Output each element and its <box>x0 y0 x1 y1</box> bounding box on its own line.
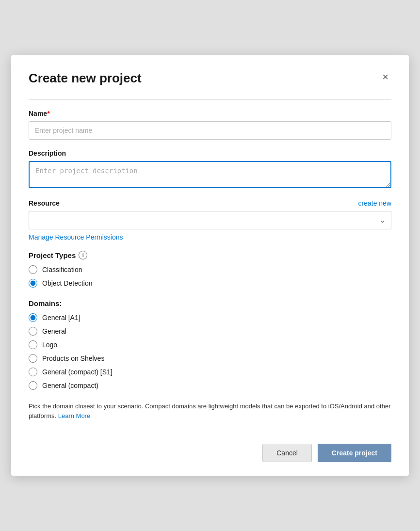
header-divider <box>29 99 391 100</box>
radio-item-general-compact[interactable]: General (compact) <box>29 381 391 390</box>
radio-item-general-a1[interactable]: General [A1] <box>29 313 391 322</box>
name-field-group: Name* <box>29 110 391 140</box>
required-indicator: * <box>47 110 49 117</box>
resource-select-container: ⌄ <box>29 211 391 229</box>
create-project-dialog: Create new project × Name* Description R… <box>11 55 409 476</box>
name-input[interactable] <box>29 121 391 140</box>
dialog-footer: Cancel Create project <box>29 436 391 462</box>
name-label: Name* <box>29 110 391 117</box>
radio-logo-label: Logo <box>42 341 57 349</box>
close-button[interactable]: × <box>379 71 391 83</box>
resource-select[interactable] <box>29 211 391 229</box>
resource-field-group: Resource create new ⌄ Manage Resource Pe… <box>29 199 391 241</box>
dialog-header: Create new project × <box>29 71 391 86</box>
radio-item-general[interactable]: General <box>29 327 391 336</box>
description-input[interactable] <box>29 161 391 188</box>
project-types-title: Project Types i <box>29 251 391 259</box>
radio-item-general-compact-s1[interactable]: General (compact) [S1] <box>29 368 391 376</box>
resource-select-wrapper: ⌄ <box>29 211 391 229</box>
cancel-button[interactable]: Cancel <box>262 444 312 462</box>
radio-products-on-shelves-label: Products on Shelves <box>42 354 104 362</box>
learn-more-link[interactable]: Learn More <box>58 412 90 419</box>
resource-label: Resource <box>29 199 60 207</box>
radio-general-compact[interactable] <box>29 381 37 390</box>
dialog-title: Create new project <box>29 71 142 86</box>
radio-classification[interactable] <box>29 265 37 274</box>
manage-resource-link[interactable]: Manage Resource Permissions <box>29 233 123 241</box>
radio-item-logo[interactable]: Logo <box>29 340 391 349</box>
create-project-button[interactable]: Create project <box>318 444 391 462</box>
radio-item-classification[interactable]: Classification <box>29 265 391 274</box>
radio-general[interactable] <box>29 327 37 336</box>
project-types-radio-group: Classification Object Detection <box>29 265 391 288</box>
radio-item-object-detection[interactable]: Object Detection <box>29 279 391 288</box>
info-icon: i <box>79 251 87 259</box>
create-new-link[interactable]: create new <box>358 199 391 207</box>
radio-item-products-on-shelves[interactable]: Products on Shelves <box>29 354 391 363</box>
radio-object-detection-label: Object Detection <box>42 279 93 287</box>
radio-general-a1-label: General [A1] <box>42 314 81 322</box>
radio-classification-label: Classification <box>42 266 82 274</box>
resource-row: Resource create new <box>29 199 391 207</box>
radio-object-detection[interactable] <box>29 279 37 288</box>
radio-general-compact-s1-label: General (compact) [S1] <box>42 368 113 376</box>
radio-general-compact-label: General (compact) <box>42 382 98 389</box>
radio-general-a1[interactable] <box>29 313 37 322</box>
domains-radio-group: General [A1] General Logo Products on Sh… <box>29 313 391 390</box>
radio-logo[interactable] <box>29 340 37 349</box>
radio-general-compact-s1[interactable] <box>29 368 37 376</box>
description-label: Description <box>29 149 391 157</box>
domain-description: Pick the domain closest to your scenario… <box>29 402 391 420</box>
radio-products-on-shelves[interactable] <box>29 354 37 363</box>
project-types-section: Project Types i Classification Object De… <box>29 251 391 288</box>
description-field-group: Description <box>29 149 391 190</box>
radio-general-label: General <box>42 327 66 335</box>
domains-section: Domains: General [A1] General Logo Produ… <box>29 299 391 420</box>
dialog-overlay: Create new project × Name* Description R… <box>0 0 420 531</box>
domains-title: Domains: <box>29 299 391 307</box>
